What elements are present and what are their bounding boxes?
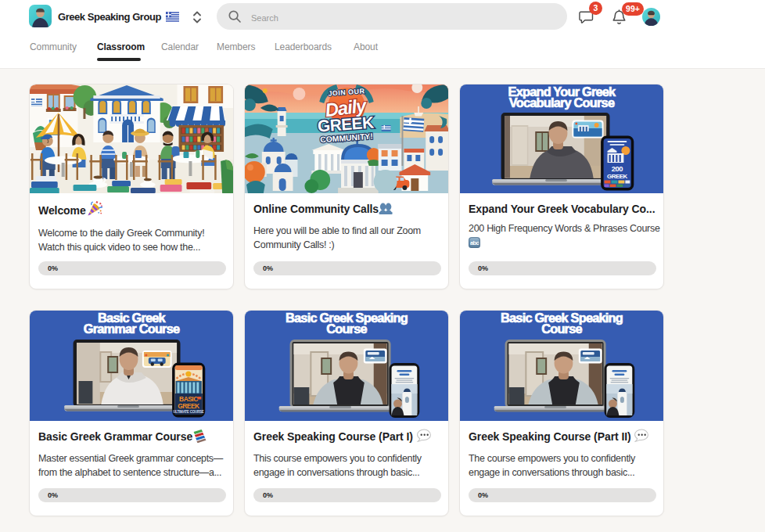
svg-text:GREEK: GREEK [607,173,627,180]
svg-text:Grammar Course: Grammar Course [84,322,180,336]
svg-text:ULTIMATE COURSE: ULTIMATE COURSE [173,410,203,414]
svg-text:Course: Course [541,322,582,336]
svg-text:200: 200 [612,164,623,173]
svg-text:GREEK: GREEK [178,402,200,410]
svg-text:Course: Course [326,322,367,336]
svg-text:Vocabulary Course: Vocabulary Course [509,95,615,110]
svg-text:abc: abc [470,239,479,246]
